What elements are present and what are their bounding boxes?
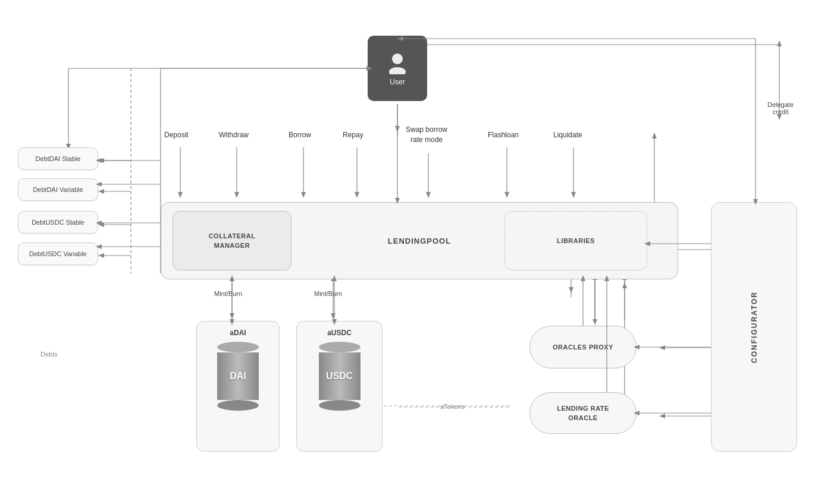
- svg-marker-42: [593, 319, 597, 325]
- svg-marker-39: [331, 313, 336, 319]
- debt-usdc-variable: DebtUSDC Variable: [18, 242, 98, 265]
- action-flashloan: Flashloan: [488, 131, 519, 139]
- configurator-box: CONFIGURATOR: [711, 202, 797, 452]
- lendingpool-label: LENDINGPOOL: [388, 237, 451, 245]
- diagram-container: User Deposit Withdraw Borrow Repay Swap …: [0, 0, 840, 504]
- user-box: User: [368, 36, 427, 101]
- libraries-box: LIBRARIES: [504, 211, 647, 270]
- svg-marker-1: [777, 40, 782, 46]
- svg-marker-48: [622, 282, 627, 288]
- svg-marker-8: [178, 192, 183, 198]
- adai-box: aDAI DAI: [196, 321, 280, 452]
- adai-label: aDAI: [230, 329, 246, 337]
- collateral-manager-label: COLLATERALMANAGER: [209, 231, 256, 251]
- svg-marker-18: [504, 192, 509, 198]
- svg-marker-12: [301, 192, 306, 198]
- svg-point-62: [389, 67, 406, 74]
- svg-marker-28: [98, 222, 104, 227]
- svg-marker-24: [98, 158, 104, 163]
- svg-marker-14: [355, 192, 359, 198]
- svg-marker-16: [426, 192, 431, 198]
- debts-label: Debts: [40, 351, 58, 358]
- svg-marker-60: [652, 133, 657, 138]
- configurator-label: CONFIGURATOR: [750, 291, 758, 363]
- debt-dai-variable: DebtDAI Variable: [18, 178, 98, 201]
- atokens-label: aTokens: [440, 403, 465, 410]
- action-repay: Repay: [343, 131, 363, 139]
- mintburn-adai-label: Mint/Burn: [214, 290, 242, 297]
- dai-cylinder: DAI: [217, 342, 259, 411]
- user-icon: [385, 51, 409, 74]
- action-liquidate: Liquidate: [553, 131, 582, 139]
- lending-rate-oracle-box: LENDING RATEORACLE: [529, 392, 637, 434]
- delegate-credit-label: Delegatecredit: [767, 101, 794, 115]
- oracles-proxy-label: ORACLES PROXY: [553, 344, 613, 351]
- oracles-proxy-box: ORACLES PROXY: [529, 326, 637, 368]
- mintburn-ausdc-label: Mint/Burn: [314, 290, 342, 297]
- usdc-cylinder: USDC: [319, 342, 361, 411]
- lending-rate-oracle-label: LENDING RATEORACLE: [557, 404, 609, 423]
- svg-marker-10: [234, 192, 239, 198]
- svg-marker-26: [98, 189, 104, 194]
- svg-point-61: [392, 53, 403, 64]
- debt-dai-stable: DebtDAI Stable: [18, 147, 98, 170]
- libraries-label: LIBRARIES: [557, 237, 595, 244]
- collateral-manager-box: COLLATERALMANAGER: [173, 211, 292, 270]
- action-deposit: Deposit: [164, 131, 189, 139]
- svg-marker-35: [230, 313, 234, 319]
- action-swap-borrow: Swap borrowrate mode: [406, 125, 447, 145]
- debt-usdc-stable: DebtUSDC Stable: [18, 211, 98, 234]
- user-label: User: [390, 78, 405, 86]
- ausdc-label: aUSDC: [327, 329, 352, 337]
- svg-marker-54: [659, 414, 665, 418]
- svg-marker-45: [569, 287, 573, 293]
- svg-marker-20: [571, 192, 576, 198]
- ausdc-box: aUSDC USDC: [296, 321, 383, 452]
- svg-marker-52: [659, 345, 665, 350]
- svg-marker-22: [395, 126, 400, 132]
- svg-marker-30: [98, 253, 104, 258]
- action-borrow: Borrow: [289, 131, 311, 139]
- action-withdraw: Withdraw: [219, 131, 249, 139]
